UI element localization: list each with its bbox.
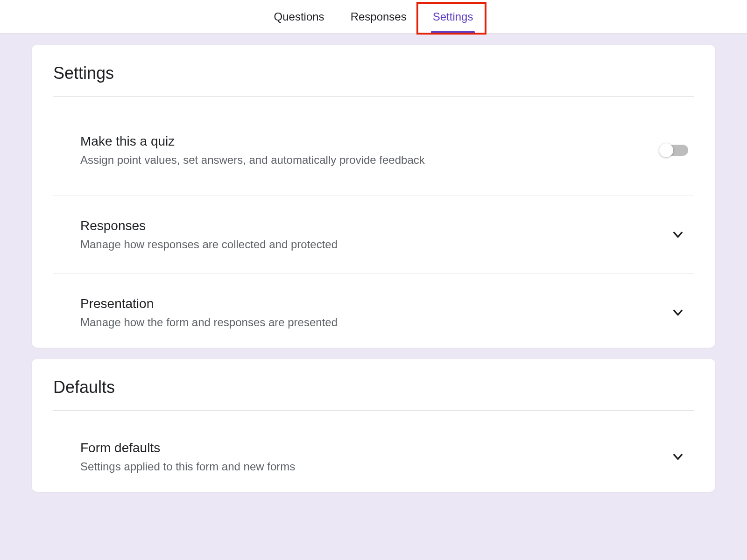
setting-text-quiz: Make this a quiz Assign point values, se… xyxy=(80,134,660,167)
setting-row-quiz: Make this a quiz Assign point values, se… xyxy=(53,97,694,196)
setting-row-form-defaults[interactable]: Form defaults Settings applied to this f… xyxy=(53,411,694,475)
defaults-card: Defaults Form defaults Settings applied … xyxy=(32,359,715,492)
settings-card-title: Settings xyxy=(53,63,694,97)
tabs-container: Questions Responses Settings xyxy=(272,0,475,33)
tab-settings[interactable]: Settings xyxy=(431,0,475,33)
quiz-toggle[interactable] xyxy=(660,145,688,156)
defaults-card-title: Defaults xyxy=(53,378,694,411)
quiz-desc: Assign point values, set answers, and au… xyxy=(80,154,660,167)
toggle-knob-icon xyxy=(659,143,673,157)
form-defaults-desc: Settings applied to this form and new fo… xyxy=(80,460,671,473)
quiz-title: Make this a quiz xyxy=(80,134,660,149)
top-tab-bar: Questions Responses Settings xyxy=(0,0,747,34)
chevron-down-icon[interactable] xyxy=(671,306,684,319)
chevron-down-icon[interactable] xyxy=(671,228,684,241)
form-defaults-title: Form defaults xyxy=(80,441,671,455)
presentation-desc: Manage how the form and responses are pr… xyxy=(80,316,671,329)
setting-row-presentation[interactable]: Presentation Manage how the form and res… xyxy=(53,274,694,331)
chevron-down-icon[interactable] xyxy=(671,450,684,463)
setting-text-form-defaults: Form defaults Settings applied to this f… xyxy=(80,441,671,473)
setting-row-responses[interactable]: Responses Manage how responses are colle… xyxy=(53,196,694,274)
responses-title: Responses xyxy=(80,218,671,233)
settings-card: Settings Make this a quiz Assign point v… xyxy=(32,45,715,348)
setting-text-presentation: Presentation Manage how the form and res… xyxy=(80,296,671,329)
tab-responses[interactable]: Responses xyxy=(349,0,409,33)
presentation-title: Presentation xyxy=(80,296,671,311)
tab-questions[interactable]: Questions xyxy=(272,0,326,33)
responses-desc: Manage how responses are collected and p… xyxy=(80,238,671,251)
content-area: Settings Make this a quiz Assign point v… xyxy=(0,34,747,492)
setting-text-responses: Responses Manage how responses are colle… xyxy=(80,218,671,251)
